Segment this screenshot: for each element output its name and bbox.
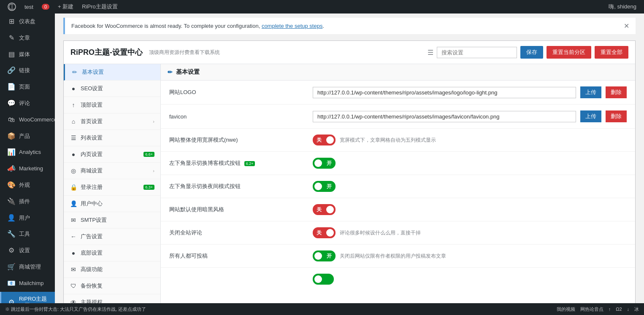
new-post-button[interactable]: + 新建 bbox=[54, 0, 78, 13]
widescreen-toggle[interactable]: 关 bbox=[313, 135, 336, 145]
sidebar-item-users[interactable]: 👤 用户 bbox=[0, 210, 55, 226]
comment-badge-button[interactable]: 0 bbox=[38, 0, 54, 13]
favicon-input[interactable] bbox=[313, 111, 576, 122]
sidebar-label-users: 用户 bbox=[19, 215, 51, 222]
dark-theme-toggle-label: 关 bbox=[313, 206, 325, 213]
close-comment-toggle[interactable]: 关 bbox=[313, 227, 336, 238]
notice-close-button[interactable]: ✕ bbox=[624, 22, 629, 30]
section-heading: ✏ 基本设置 bbox=[161, 64, 635, 81]
nav-basic-icon: ✏ bbox=[71, 69, 78, 75]
site-name-button[interactable]: test bbox=[20, 0, 38, 13]
favicon-delete-button[interactable]: 删除 bbox=[606, 110, 627, 122]
night-mode-toggle-label: 开 bbox=[323, 183, 335, 190]
favicon-upload-button[interactable]: 上传 bbox=[580, 110, 601, 122]
contribute-toggle[interactable]: 开 bbox=[313, 250, 336, 261]
logo-input[interactable] bbox=[313, 87, 576, 98]
sidebar: ⊞ 仪表盘 ✎ 文章 ▤ 媒体 🔗 链接 📄 页面 💬 评论 🛍 WooComm… bbox=[0, 13, 55, 303]
setting-row-favicon: favicon 上传 删除 bbox=[161, 105, 635, 129]
logo-upload-button[interactable]: 上传 bbox=[580, 86, 601, 98]
sidebar-item-products[interactable]: 📦 产品 bbox=[0, 128, 55, 145]
settings-nav-smtp[interactable]: ✉ SMTP设置 bbox=[64, 212, 160, 229]
sidebar-item-posts[interactable]: ✎ 文章 bbox=[0, 30, 55, 46]
settings-nav-ads[interactable]: ← 广告设置 bbox=[64, 229, 160, 245]
sidebar-item-links[interactable]: 🔗 链接 bbox=[0, 62, 55, 79]
status-link-network[interactable]: 网热论音点 bbox=[580, 306, 603, 312]
contribute-desc: 关闭后网站仅限有作者权限的用户投稿发布文章 bbox=[340, 253, 446, 260]
settings-nav-login[interactable]: 🔒 登录注册 6.3+ bbox=[64, 179, 160, 196]
setting-row-contribute: 所有人都可投稿 开 关闭后网站仅限有作者权限的用户投稿发布文章 bbox=[161, 245, 635, 268]
night-mode-toggle[interactable]: 开 bbox=[313, 181, 336, 192]
nav-home-arrow: › bbox=[153, 119, 154, 124]
status-link-omega[interactable]: Ω2 bbox=[616, 307, 622, 312]
dark-theme-toggle[interactable]: 关 bbox=[313, 204, 336, 215]
logo-delete-button[interactable]: 删除 bbox=[606, 86, 627, 98]
reset-all-button[interactable]: 重置全部 bbox=[595, 46, 628, 59]
settings-nav-inner[interactable]: ● 内页设置 6.6+ bbox=[64, 146, 160, 163]
settings-nav-list[interactable]: ☰ 列表设置 bbox=[64, 130, 160, 146]
marketing-icon: 📣 bbox=[7, 164, 16, 173]
sidebar-item-ripro[interactable]: ⚙ RiPRO主题设置 bbox=[0, 292, 55, 303]
settings-nav-seo[interactable]: ● SEO设置 bbox=[64, 81, 160, 97]
settings-nav-backup[interactable]: 🛡 备份恢复 bbox=[64, 278, 160, 294]
nav-advanced-icon: ✉ bbox=[70, 266, 77, 273]
setting-row-dark-theme: 网站默认使用暗黑风格 关 bbox=[161, 198, 635, 221]
settings-icon: ⚙ bbox=[7, 246, 16, 255]
sidebar-label-products: 产品 bbox=[19, 133, 51, 140]
settings-nav-footer[interactable]: ● 底部设置 bbox=[64, 245, 160, 261]
settings-nav-advanced[interactable]: ✉ 高级功能 bbox=[64, 261, 160, 278]
status-link-myvideo[interactable]: 我的视频 bbox=[557, 306, 575, 312]
notice-text: Facebook for WooCommerce is almost ready… bbox=[71, 23, 324, 29]
settings-nav-home[interactable]: ⌂ 首页设置 › bbox=[64, 113, 160, 130]
comment-badge: 0 bbox=[42, 4, 49, 10]
sidebar-label-pages: 页面 bbox=[19, 83, 51, 91]
sidebar-item-appearance[interactable]: 🎨 外观 bbox=[0, 177, 55, 194]
widescreen-toggle-thumb bbox=[326, 136, 334, 144]
setting-row-night-mode: 左下角显示切换夜间模式按钮 开 bbox=[161, 175, 635, 198]
settings-nav-theme[interactable]: 👁 主题授权 bbox=[64, 294, 160, 303]
settings-header: RiPRO主题-设置中心 顶级商用资源付费查看下载系统 ☰ 保存 重置当前分区 … bbox=[64, 41, 635, 64]
status-link-up[interactable]: ↑ bbox=[609, 307, 611, 312]
widescreen-control: 关 宽屏模式下，文章网格自动为五列模式显示 bbox=[313, 135, 627, 145]
wp-logo-button[interactable] bbox=[3, 0, 20, 13]
settings-content: ✏ 基本设置 网站LOGO 上传 删除 favicon bbox=[161, 64, 635, 303]
settings-panel-subtitle: 顶级商用资源付费查看下载系统 bbox=[149, 49, 220, 56]
settings-nav-header[interactable]: ↑ 顶部设置 bbox=[64, 97, 160, 113]
status-link-ice[interactable]: 冰 bbox=[634, 306, 639, 312]
save-button[interactable]: 保存 bbox=[520, 46, 543, 59]
settings-nav-basic[interactable]: ✏ 基本设置 bbox=[64, 64, 160, 81]
settings-search-input[interactable] bbox=[437, 47, 517, 58]
sidebar-item-tools[interactable]: 🔧 工具 bbox=[0, 226, 55, 242]
nav-shop-icon: ◎ bbox=[70, 167, 77, 174]
reset-section-button[interactable]: 重置当前分区 bbox=[547, 46, 591, 59]
sidebar-label-posts: 文章 bbox=[19, 35, 51, 42]
settings-nav-ucenter[interactable]: 👤 用户中心 bbox=[64, 196, 160, 212]
blog-mode-toggle[interactable]: 开 bbox=[313, 158, 336, 169]
notice-link[interactable]: complete the setup steps bbox=[262, 23, 323, 29]
sidebar-item-pages[interactable]: 📄 页面 bbox=[0, 79, 55, 95]
dark-theme-toggle-thumb bbox=[326, 206, 334, 213]
sidebar-item-plugins[interactable]: 🔌 插件 bbox=[0, 194, 55, 210]
sidebar-item-shopmanage[interactable]: 🛒 商城管理 bbox=[0, 259, 55, 275]
sidebar-label-woocommerce: WooCommerce bbox=[19, 116, 55, 124]
sidebar-item-woocommerce[interactable]: 🛍 WooCommerce bbox=[0, 112, 55, 128]
sidebar-label-tools: 工具 bbox=[19, 231, 51, 238]
admin-bar-right: 嗨, shideng bbox=[604, 3, 641, 11]
list-icon[interactable]: ☰ bbox=[428, 48, 433, 57]
sidebar-item-analytics[interactable]: 📊 Analytics bbox=[0, 144, 55, 161]
sidebar-item-dashboard[interactable]: ⊞ 仪表盘 bbox=[0, 13, 55, 30]
contribute-toggle-thumb bbox=[314, 252, 322, 260]
sidebar-item-mailchimp[interactable]: 📧 Mailchimp bbox=[0, 275, 55, 292]
settings-nav-shop[interactable]: ◎ 商城设置 › bbox=[64, 163, 160, 179]
sidebar-item-media[interactable]: ▤ 媒体 bbox=[0, 46, 55, 63]
theme-settings-button[interactable]: RiPro主题设置 bbox=[78, 0, 122, 13]
status-link-down[interactable]: ↓ bbox=[627, 307, 630, 312]
setting-row-close-comment: 关闭全站评论 关 评论很多时候设什么么用，直接干掉 bbox=[161, 221, 635, 245]
sidebar-item-settings[interactable]: ⚙ 设置 bbox=[0, 242, 55, 259]
extra-toggle[interactable] bbox=[313, 274, 334, 285]
sidebar-item-marketing[interactable]: 📣 Marketing bbox=[0, 161, 55, 177]
sidebar-item-comments[interactable]: 💬 评论 bbox=[0, 95, 55, 112]
contribute-label: 所有人都可投稿 bbox=[169, 252, 304, 260]
nav-home-icon: ⌂ bbox=[70, 118, 77, 125]
dark-theme-control: 关 bbox=[313, 204, 627, 215]
links-icon: 🔗 bbox=[7, 66, 16, 75]
